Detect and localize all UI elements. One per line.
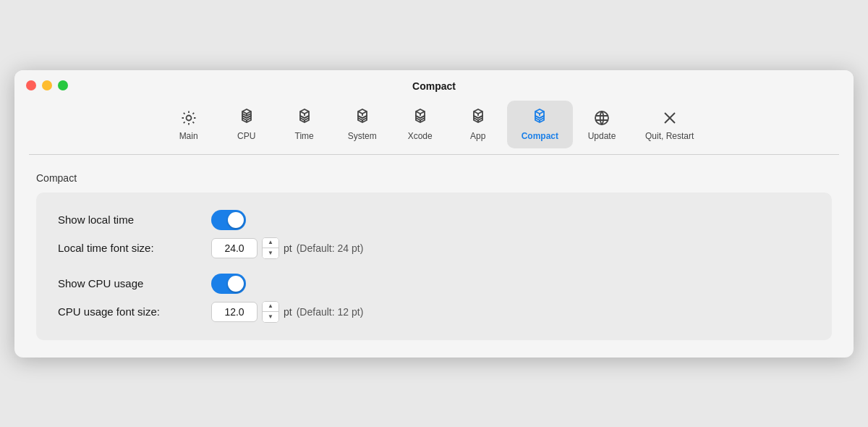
cpu-usage-font-row: CPU usage font size: 12.0 ▲ ▼ pt (Defaul… [58, 301, 810, 323]
tab-update-label: Update [588, 131, 616, 141]
window-title: Compact [412, 80, 456, 92]
local-time-spinner-group: 24.0 ▲ ▼ pt (Default: 24 pt) [211, 237, 363, 259]
show-local-time-label: Show local time [58, 214, 203, 226]
system-box-icon [352, 108, 373, 128]
toggle-thumb-local-time [228, 212, 244, 228]
window-controls [26, 80, 68, 90]
compact-box-icon [529, 108, 550, 128]
tab-app-label: App [470, 131, 485, 141]
toolbar: Main CPU [14, 92, 854, 154]
cpu-usage-group: Show CPU usage CPU usage font size: 12.0… [58, 274, 810, 323]
cpu-box-icon [237, 108, 257, 128]
tab-cpu[interactable]: CPU [218, 101, 276, 148]
tab-quit-label: Quit, Restart [645, 131, 694, 141]
cpu-usage-increment-button[interactable]: ▲ [263, 302, 278, 312]
local-time-spinner-buttons: ▲ ▼ [262, 237, 279, 259]
cpu-usage-spinner-buttons: ▲ ▼ [262, 301, 279, 323]
gear-icon [179, 108, 199, 128]
cpu-usage-spinner-group: 12.0 ▲ ▼ pt (Default: 12 pt) [211, 301, 363, 323]
toggle-thumb-cpu-usage [228, 276, 244, 292]
maximize-button[interactable] [58, 80, 68, 90]
show-cpu-usage-label: Show CPU usage [58, 277, 203, 289]
show-local-time-toggle[interactable] [211, 210, 246, 230]
local-time-font-input[interactable]: 24.0 [211, 238, 258, 258]
tab-xcode-label: Xcode [408, 131, 433, 141]
toggle-track-local-time [211, 210, 246, 230]
tab-time-label: Time [295, 131, 314, 141]
local-time-decrement-button[interactable]: ▼ [263, 248, 278, 258]
local-time-font-row: Local time font size: 24.0 ▲ ▼ pt (Defau… [58, 237, 810, 259]
tab-cpu-label: CPU [237, 131, 255, 141]
tab-main-label: Main [179, 131, 198, 141]
local-time-default: (Default: 24 pt) [297, 242, 364, 254]
cpu-usage-toggle-row: Show CPU usage [58, 274, 810, 294]
cpu-usage-font-label: CPU usage font size: [58, 305, 203, 318]
close-button[interactable] [26, 80, 36, 90]
minimize-button[interactable] [42, 80, 52, 90]
cpu-usage-unit: pt [284, 306, 292, 318]
cpu-usage-font-input[interactable]: 12.0 [211, 302, 258, 322]
tab-compact[interactable]: Compact [507, 101, 573, 148]
settings-box: Show local time Local time font size: 24… [36, 193, 832, 340]
tab-time[interactable]: Time [276, 101, 333, 148]
content-area: Compact Show local time Local time font … [14, 155, 854, 358]
tab-main[interactable]: Main [160, 101, 218, 148]
tab-xcode[interactable]: Xcode [391, 101, 449, 148]
globe-icon [592, 108, 612, 128]
time-box-icon [294, 108, 315, 128]
main-window: Compact Main [14, 70, 854, 358]
toggle-track-cpu-usage [211, 274, 246, 294]
svg-point-1 [595, 111, 608, 124]
local-time-unit: pt [284, 242, 292, 254]
app-box-icon [468, 108, 488, 128]
section-title: Compact [36, 172, 832, 184]
tab-quit[interactable]: Quit, Restart [631, 101, 708, 148]
cpu-usage-default: (Default: 12 pt) [297, 306, 364, 318]
tab-app[interactable]: App [449, 101, 507, 148]
cpu-usage-decrement-button[interactable]: ▼ [263, 312, 278, 322]
titlebar: Compact [14, 70, 854, 92]
tab-system-label: System [348, 131, 377, 141]
tab-update[interactable]: Update [573, 101, 631, 148]
tab-system[interactable]: System [333, 101, 391, 148]
local-time-increment-button[interactable]: ▲ [263, 238, 278, 248]
local-time-group: Show local time Local time font size: 24… [58, 210, 810, 259]
svg-point-0 [186, 115, 191, 120]
local-time-toggle-row: Show local time [58, 210, 810, 230]
show-cpu-usage-toggle[interactable] [211, 274, 246, 294]
xcode-box-icon [410, 108, 430, 128]
tab-compact-label: Compact [522, 131, 558, 141]
local-time-font-label: Local time font size: [58, 242, 203, 254]
x-icon [660, 108, 680, 128]
